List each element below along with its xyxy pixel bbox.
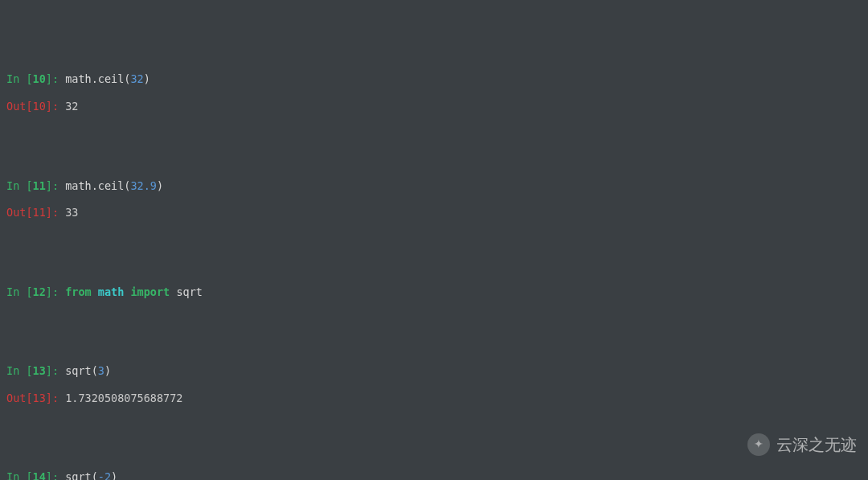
in-cell-11[interactable]: In [11]: math.ceil(32.9) bbox=[6, 179, 862, 193]
in-cell-14[interactable]: In [14]: sqrt(-2) bbox=[6, 470, 862, 480]
watermark-text: 云深之无迹 bbox=[776, 435, 857, 455]
out-cell-10: Out[10]: 32 bbox=[6, 100, 862, 113]
in-cell-10[interactable]: In [10]: math.ceil(32) bbox=[6, 72, 862, 86]
wechat-icon: ✦ bbox=[747, 433, 770, 456]
out-cell-13: Out[13]: 1.7320508075688772 bbox=[6, 392, 862, 405]
in-cell-13[interactable]: In [13]: sqrt(3) bbox=[6, 364, 862, 378]
out-cell-11: Out[11]: 33 bbox=[6, 206, 862, 219]
watermark: ✦ 云深之无迹 bbox=[747, 433, 857, 456]
in-cell-12[interactable]: In [12]: from math import sqrt bbox=[6, 285, 862, 299]
